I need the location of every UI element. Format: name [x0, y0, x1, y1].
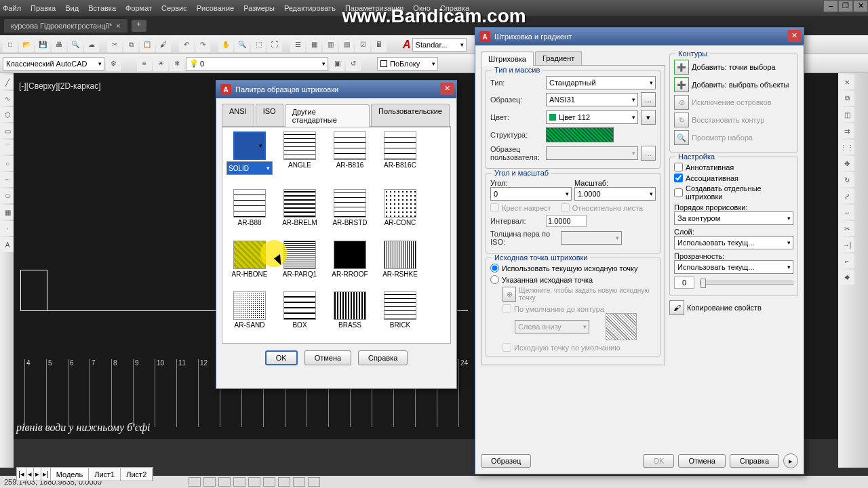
menu-param[interactable]: Параметризация — [345, 4, 403, 12]
layeriso-icon[interactable]: ▣ — [330, 56, 344, 71]
menu-format[interactable]: Формат — [125, 4, 152, 12]
stretch-icon[interactable]: ↔ — [840, 205, 854, 220]
osnap-toggle[interactable] — [248, 477, 260, 487]
radio-spec-origin[interactable]: Указанная исходная точка — [490, 275, 656, 284]
close-icon[interactable]: × — [116, 22, 120, 30]
pattern-select[interactable]: ANSI31 — [546, 93, 638, 106]
undo-icon[interactable]: ↶ — [179, 37, 194, 52]
help-button[interactable]: Справка — [358, 350, 408, 365]
preview-button[interactable]: Образец — [481, 454, 531, 468]
pattern-browse-button[interactable]: … — [641, 92, 656, 107]
circle-icon[interactable]: ○ — [0, 156, 15, 171]
pattern-arb816[interactable]: AR-B816 — [327, 131, 373, 185]
ortho-toggle[interactable] — [218, 477, 231, 487]
structure-preview[interactable] — [546, 127, 614, 142]
redo-icon[interactable]: ↷ — [195, 37, 210, 52]
copy-icon[interactable]: ⧉ — [840, 91, 854, 106]
tab-nav-next[interactable]: ▸ — [34, 468, 41, 481]
new-icon[interactable]: □ — [3, 37, 18, 52]
paste-icon[interactable]: 📋 — [140, 37, 155, 52]
pattern-arbrelm[interactable]: AR-BRELM — [277, 189, 323, 237]
open-icon[interactable]: 📂 — [19, 37, 34, 52]
dialog-titlebar[interactable]: A Палитра образцов штриховки ✕ — [216, 81, 456, 98]
pattern-arhbone[interactable]: AR-HBONE — [226, 241, 273, 288]
chk-associative[interactable]: Ассоциативная — [674, 174, 793, 182]
otrack-toggle[interactable] — [263, 477, 275, 487]
explode-icon[interactable]: ✸ — [840, 270, 854, 285]
array-icon[interactable]: ⋮⋮ — [840, 140, 854, 155]
dialog-titlebar[interactable]: A Штриховка и градиент ✕ — [475, 28, 804, 45]
toolpal-icon[interactable]: ▥ — [323, 37, 338, 52]
mirror-icon[interactable]: ◫ — [840, 107, 854, 122]
text-icon[interactable]: A — [0, 237, 15, 252]
angle-select[interactable]: 0 — [490, 187, 572, 201]
cancel-button[interactable]: Отмена — [678, 454, 725, 468]
rotate-icon[interactable]: ↻ — [840, 172, 854, 187]
lwt-toggle[interactable] — [308, 477, 320, 487]
grid-toggle[interactable] — [203, 477, 216, 487]
color-select[interactable]: Цвет 112 — [546, 110, 638, 124]
inherit-props-button[interactable]: 🖌 — [669, 300, 684, 315]
print-icon[interactable]: 🖶 — [52, 37, 66, 52]
tab-nav-first[interactable]: |◂ — [17, 468, 26, 481]
document-tab[interactable]: курсова Гідроелектростанції* × — [4, 19, 127, 33]
tab-model[interactable]: Модель — [51, 468, 89, 481]
pattern-arrroof[interactable]: AR-RROOF — [327, 241, 373, 288]
workspace-select[interactable]: Классический AutoCAD — [3, 57, 104, 70]
pattern-arconc[interactable]: AR-CONC — [377, 189, 423, 237]
menu-insert[interactable]: Вставка — [88, 4, 116, 12]
chk-annotative[interactable]: Аннотативная — [674, 163, 793, 171]
layer-select[interactable]: Использовать текущ... — [674, 236, 793, 249]
cut-icon[interactable]: ✂ — [107, 37, 122, 52]
pattern-brick[interactable]: BRICK — [377, 291, 423, 339]
tab-hatch[interactable]: Штриховка — [481, 52, 534, 66]
publish-icon[interactable]: ☁ — [84, 37, 99, 52]
menu-draw[interactable]: Рисование — [197, 4, 234, 12]
dialog-close-button[interactable]: ✕ — [787, 30, 801, 42]
color-combo[interactable]: ПоБлоку — [377, 57, 438, 70]
layer-props-icon[interactable]: ≡ — [137, 56, 152, 71]
maximize-button[interactable]: ❐ — [838, 0, 853, 12]
pattern-brass[interactable]: BRASS — [327, 291, 373, 339]
menu-dim[interactable]: Размеры — [243, 4, 275, 12]
pattern-arb816c[interactable]: AR-B816C — [377, 131, 423, 185]
calc-icon[interactable]: 🖩 — [372, 37, 387, 52]
ellipse-icon[interactable]: ⬭ — [0, 188, 15, 203]
pattern-arparq1[interactable]: AR-PARQ1 — [277, 241, 323, 288]
tab-ansi[interactable]: ANSI — [222, 104, 254, 126]
pattern-arrshke[interactable]: AR-RSHKE — [377, 241, 423, 288]
gear-icon[interactable]: ⚙ — [106, 56, 121, 71]
zoomext-icon[interactable]: ⛶ — [267, 37, 282, 52]
match-icon[interactable]: 🖌 — [156, 37, 171, 52]
pattern-box[interactable]: BOX — [277, 291, 323, 339]
ok-button[interactable]: OK — [265, 350, 298, 365]
tab-gradient[interactable]: Градиент — [535, 51, 582, 65]
add-select-button[interactable]: ➕ — [674, 77, 689, 92]
rect-icon[interactable]: ▭ — [0, 123, 15, 138]
zoom-icon[interactable]: 🔍 — [235, 37, 250, 52]
pattern-arsand[interactable]: AR-SAND — [226, 291, 273, 339]
tab-nav-prev[interactable]: ◂ — [26, 468, 34, 481]
save-icon[interactable]: 💾 — [35, 37, 50, 52]
dyn-toggle[interactable] — [293, 477, 305, 487]
pattern-arb88[interactable]: AR-B88 — [226, 189, 273, 237]
line-icon[interactable]: ╱ — [0, 75, 15, 89]
props-icon[interactable]: ☰ — [290, 37, 305, 52]
dialog-close-button[interactable]: ✕ — [440, 83, 454, 95]
type-select[interactable]: Стандартный — [546, 76, 656, 89]
tab-layout2[interactable]: Лист2 — [121, 468, 153, 481]
trim-icon[interactable]: ✂ — [840, 221, 854, 236]
pattern-angle[interactable]: ANGLE — [277, 131, 323, 185]
arc-icon[interactable]: ⌒ — [0, 140, 15, 155]
color-btn2[interactable]: ▾ — [641, 110, 656, 125]
markup-icon[interactable]: ☑ — [355, 37, 370, 52]
close-button[interactable]: ✕ — [853, 0, 868, 12]
designcenter-icon[interactable]: ▦ — [307, 37, 321, 52]
offset-icon[interactable]: ⇉ — [840, 123, 854, 138]
tab-nav-last[interactable]: ▸| — [41, 468, 51, 481]
layer-sun-icon[interactable]: ☀ — [153, 56, 168, 71]
polyline-icon[interactable]: ∿ — [0, 91, 15, 106]
polar-toggle[interactable] — [233, 477, 245, 487]
sheet-icon[interactable]: ▤ — [339, 37, 354, 52]
spline-icon[interactable]: ～ — [0, 172, 15, 187]
